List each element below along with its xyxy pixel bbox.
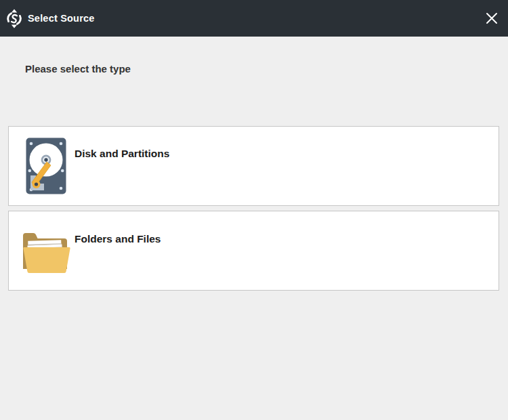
dialog-body: Please select the type (0, 37, 508, 420)
option-label: Disk and Partitions (75, 148, 169, 160)
select-type-prompt: Please select the type (25, 63, 131, 75)
option-label: Folders and Files (75, 233, 161, 245)
window-title: Select Source (28, 13, 95, 24)
close-x-icon (486, 12, 498, 24)
title-bar: Select Source (0, 0, 508, 37)
transfer-arrows-icon (5, 8, 24, 28)
option-disk-and-partitions[interactable]: Disk and Partitions (8, 126, 499, 206)
select-source-dialog: Select Source Please select the type (0, 0, 508, 420)
close-button[interactable] (480, 7, 503, 30)
hard-disk-icon (26, 138, 66, 197)
option-folders-and-files[interactable]: Folders and Files (8, 211, 499, 291)
open-folder-icon (22, 230, 70, 277)
